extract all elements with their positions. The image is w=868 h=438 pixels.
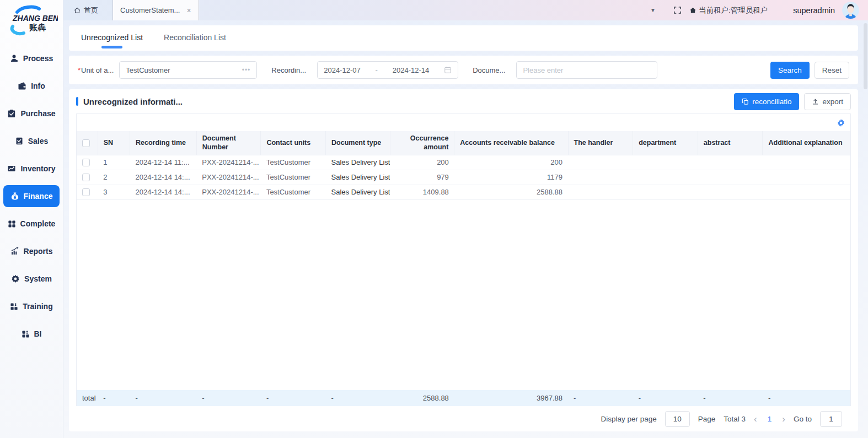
clipboard-check-icon	[7, 109, 16, 118]
sidebar-item-label: Finance	[24, 192, 53, 201]
goto-page-input[interactable]: 1	[820, 411, 842, 427]
close-icon[interactable]: ×	[186, 6, 191, 15]
col-occurrence-amount[interactable]: Occurrence amount	[390, 131, 454, 155]
row-checkbox[interactable]	[82, 159, 90, 166]
col-additional-explanation[interactable]: Additional explanation	[763, 131, 850, 155]
tenant-info[interactable]: 当前租户:管理员租户	[689, 6, 768, 15]
grid-icon	[8, 220, 16, 228]
sidebar-item-finance[interactable]: Finance	[3, 185, 60, 207]
col-department[interactable]: department	[633, 131, 698, 155]
chevron-down-icon[interactable]: ▼	[650, 7, 656, 13]
username[interactable]: superadmin	[793, 6, 835, 15]
reset-button[interactable]: Reset	[815, 62, 849, 79]
column-settings-gear-icon[interactable]	[837, 118, 845, 127]
table-empty-space	[77, 200, 850, 391]
select-all-checkbox[interactable]	[82, 139, 90, 147]
page-size-input[interactable]: 10	[665, 411, 690, 427]
date-from-value[interactable]: 2024-12-07	[324, 66, 361, 74]
col-the-handler[interactable]: The handler	[568, 131, 633, 155]
fullscreen-icon[interactable]	[673, 6, 682, 14]
svg-text:ZHANG BEN: ZHANG BEN	[12, 14, 58, 23]
breadcrumb-home[interactable]: 首页	[73, 6, 98, 15]
report-chart-icon	[10, 247, 19, 256]
sidebar-nav: Process Info Purchase	[0, 43, 63, 349]
total-count-label: Total 3	[724, 415, 746, 423]
prev-page-icon[interactable]: ‹	[754, 414, 757, 424]
tab-reconciliation-list[interactable]: Reconciliation List	[164, 25, 226, 51]
tab-reconciliation-label: Reconciliation List	[164, 33, 226, 42]
total-dash: -	[130, 390, 197, 406]
cell-department	[633, 185, 698, 199]
total-occurrence-amount: 2588.88	[390, 390, 454, 406]
sidebar-item-sales[interactable]: Sales	[3, 130, 60, 152]
scrollbar-thumb[interactable]	[864, 23, 867, 89]
cell-contact-units: TestCustomer	[261, 170, 326, 185]
page-size-label: Display per page	[601, 415, 656, 423]
col-document-type[interactable]: Document type	[326, 131, 390, 155]
next-page-icon[interactable]: ›	[782, 414, 785, 424]
document-input[interactable]: Please enter	[516, 61, 657, 79]
date-to-value[interactable]: 2024-12-14	[393, 66, 430, 74]
cell-extra	[763, 185, 850, 199]
sidebar-item-bi[interactable]: BI	[3, 323, 60, 345]
window-scrollbar[interactable]	[864, 23, 867, 431]
row-checkbox[interactable]	[82, 174, 90, 181]
sidebar-item-inventory[interactable]: Inventory	[3, 158, 60, 180]
sidebar-item-process[interactable]: Process	[3, 47, 60, 69]
reconciliation-button[interactable]: reconciliatio	[734, 93, 799, 110]
required-asterisk: *	[78, 66, 81, 74]
sidebar-item-info[interactable]: Info	[3, 75, 60, 97]
search-button[interactable]: Search	[770, 62, 810, 79]
table-row[interactable]: 1 2024-12-14 11:... PXX-20241214-... Tes…	[77, 155, 850, 170]
total-dash: -	[326, 390, 390, 406]
sidebar-item-complete[interactable]: Complete	[3, 213, 60, 235]
route-tab-customer-statement[interactable]: CustomerStatem... ×	[112, 0, 199, 20]
sidebar-item-reports[interactable]: Reports	[3, 240, 60, 262]
total-dash: -	[763, 390, 850, 406]
col-document-number[interactable]: Document Number	[196, 131, 261, 155]
unit-select[interactable]: TestCustomer •••	[119, 61, 257, 79]
tenant-label: 当前租户:管理员租户	[699, 6, 768, 15]
total-row: total - - - - - 2588.88 3967.88 - - - -	[77, 390, 850, 406]
sidebar-item-label: BI	[34, 329, 42, 338]
current-page-number[interactable]: 1	[765, 415, 774, 423]
goto-label: Go to	[794, 415, 812, 423]
sidebar-item-label: Sales	[28, 137, 49, 145]
table-container: SN Recording time Document Number Contac…	[76, 113, 851, 406]
avatar[interactable]	[842, 2, 859, 19]
cell-occurrence-amount: 200	[390, 155, 454, 170]
cell-document-number: PXX-20241214-...	[196, 185, 261, 199]
sidebar-item-training[interactable]: Training	[3, 295, 60, 317]
export-button-label: export	[822, 98, 843, 106]
table-header-row: SN Recording time Document Number Contac…	[77, 131, 850, 155]
col-abstract[interactable]: abstract	[698, 131, 763, 155]
sidebar-item-label: Complete	[20, 219, 56, 228]
tab-unrecognized-list[interactable]: Unrecognized List	[81, 25, 143, 51]
row-checkbox[interactable]	[82, 188, 90, 196]
col-recording-time[interactable]: Recording time	[130, 131, 197, 155]
cell-handler	[568, 155, 633, 170]
total-dash: -	[568, 390, 633, 406]
content-area: Unrecognized List Reconciliation List *U…	[63, 20, 868, 438]
app-window: ZHANG BEN 账犇 Process Info	[0, 0, 868, 438]
col-sn[interactable]: SN	[98, 131, 130, 155]
document-input-placeholder: Please enter	[523, 66, 563, 74]
table-row[interactable]: 3 2024-12-14 14:... PXX-20241214-... Tes…	[77, 185, 850, 199]
table-toolbar	[77, 114, 850, 131]
table-row[interactable]: 2 2024-12-14 14:... PXX-20241214-... Tes…	[77, 170, 850, 185]
ellipsis-picker-icon[interactable]: •••	[242, 66, 251, 74]
col-accounts-receivable-balance[interactable]: Accounts receivable balance	[454, 131, 568, 155]
sidebar-item-purchase[interactable]: Purchase	[3, 102, 60, 125]
row-checkbox-cell	[77, 185, 98, 199]
total-label: total	[77, 390, 98, 406]
cell-document-type: Sales Delivery List	[326, 185, 390, 199]
export-button[interactable]: export	[804, 93, 851, 110]
col-contact-units[interactable]: Contact units	[261, 131, 326, 155]
grid-icon	[22, 330, 30, 338]
sidebar-item-system[interactable]: System	[3, 268, 60, 290]
sidebar-item-label: Reports	[24, 247, 53, 256]
cell-document-type: Sales Delivery List	[326, 155, 390, 170]
total-dash: -	[698, 390, 763, 406]
date-range-picker[interactable]: 2024-12-07 - 2024-12-14	[317, 61, 458, 79]
total-row-table: total - - - - - 2588.88 3967.88 - - - -	[77, 390, 850, 406]
